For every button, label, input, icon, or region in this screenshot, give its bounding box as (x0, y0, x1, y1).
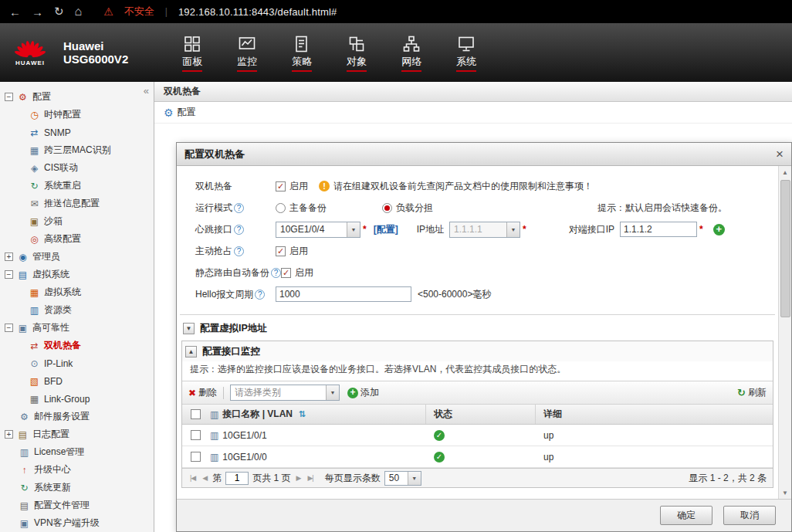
sidebar-item-cross-l3-mac[interactable]: ▦ 跨三层MAC识别 (0, 141, 154, 159)
nav-monitor[interactable]: 监控 (237, 34, 257, 72)
peer-ip-input[interactable] (620, 222, 697, 237)
sidebar-item-vpn-client-upgrade[interactable]: ▣ VPN客户端升级 (0, 514, 154, 532)
sidebar-group-log-config[interactable]: + ▤ 日志配置 (0, 425, 154, 443)
sidebar-item-clock-config[interactable]: ◷ 时钟配置 (0, 106, 154, 124)
cis-icon: ◈ (29, 163, 40, 174)
status-up-icon: ✓ (434, 430, 445, 441)
per-page-select[interactable]: 50 ▼ (384, 471, 421, 486)
radio-active-standby[interactable] (276, 203, 286, 213)
ip-address-select[interactable]: 1.1.1.1 ▼ (449, 222, 520, 238)
add-peer-ip-icon[interactable]: + (713, 224, 725, 236)
help-icon[interactable]: ? (234, 225, 244, 235)
help-icon[interactable]: ? (271, 268, 281, 278)
sidebar-group-admin[interactable]: + ◉ 管理员 (0, 248, 154, 266)
huawei-brand-text: HUAWEI (15, 59, 45, 66)
help-icon[interactable]: ? (255, 290, 265, 300)
sidebar-item-license-management[interactable]: ▥ License管理 (0, 443, 154, 461)
dialog-scrollbar[interactable]: ▲ ▼ (778, 166, 791, 499)
help-icon[interactable]: ? (234, 246, 244, 256)
nav-panel[interactable]: 面板 (182, 34, 202, 72)
expand-section-icon[interactable]: ▼ (183, 323, 195, 334)
configure-link[interactable]: [配置] (374, 223, 398, 236)
required-mark: * (363, 224, 367, 235)
last-page-icon[interactable]: ▶| (306, 474, 314, 482)
detail-value: up (535, 425, 773, 446)
sidebar-item-advanced-config[interactable]: ◎ 高级配置 (0, 230, 154, 248)
row-checkbox[interactable] (191, 430, 201, 440)
expand-plus-icon[interactable]: + (5, 430, 13, 439)
collapse-minus-icon[interactable]: − (5, 324, 13, 332)
row-checkbox[interactable] (191, 452, 201, 462)
collapse-section-icon[interactable]: ▲ (185, 346, 197, 357)
dialog-body: 双机热备 ✓ 启用 ! 请在组建双机设备前先查阅产品文档中的使用限制和注意事项！… (177, 166, 778, 499)
prev-page-icon[interactable]: ◀ (201, 474, 208, 482)
hello-period-input[interactable] (276, 286, 411, 302)
table-row[interactable]: ▥ 10GE1/0/0 ✓ up (182, 446, 773, 468)
sidebar-group-high-availability[interactable]: − ▣ 高可靠性 (0, 319, 154, 337)
next-page-icon[interactable]: ▶ (295, 474, 303, 482)
sidebar-item-system-update[interactable]: ↻ 系统更新 (0, 479, 154, 496)
refresh-button[interactable]: ↻ 刷新 (737, 386, 767, 399)
nav-system[interactable]: 系统 (456, 34, 476, 72)
sidebar-item-bfd[interactable]: ▧ BFD (0, 372, 154, 390)
browser-forward-icon[interactable]: → (32, 5, 43, 19)
sort-icon[interactable]: ⇅ (299, 409, 306, 419)
radio-load-sharing[interactable] (382, 203, 392, 213)
status-up-icon: ✓ (434, 452, 445, 463)
browser-back-icon[interactable]: ← (9, 5, 21, 19)
security-warning-label[interactable]: 不安全 (124, 5, 154, 19)
sidebar-item-hot-standby[interactable]: ⇄ 双机热备 (0, 337, 154, 354)
browser-home-icon[interactable]: ⌂ (75, 5, 83, 19)
sidebar-item-mail-service-settings[interactable]: ⚙ 邮件服务设置 (0, 408, 154, 425)
nav-underline (237, 70, 257, 72)
page-number-input[interactable] (225, 472, 249, 485)
sidebar-item-virtual-system[interactable]: ▦ 虚拟系统 (0, 283, 154, 301)
preempt-checkbox[interactable]: ✓ (276, 246, 286, 256)
select-all-checkbox[interactable] (191, 409, 201, 419)
sidebar-item-ip-link[interactable]: ⊙ IP-Link (0, 354, 154, 372)
sidebar-group-virtual-system[interactable]: − ▤ 虚拟系统 (0, 266, 154, 283)
first-page-icon[interactable]: |◀ (188, 474, 197, 482)
nav-underline (401, 70, 421, 72)
sidebar-group-config[interactable]: − ⚙ 配置 (0, 88, 154, 106)
security-warning-icon: ⚠ (103, 5, 113, 18)
collapse-minus-icon[interactable]: − (5, 270, 13, 279)
sidebar-collapse-icon[interactable]: « (144, 85, 149, 97)
scroll-up-icon[interactable]: ▲ (780, 166, 791, 178)
sidebar-item-snmp[interactable]: ⇄ SNMP (0, 124, 154, 141)
heartbeat-interface-select[interactable]: 10GE1/0/4 ▼ (276, 222, 360, 238)
enable-checkbox[interactable]: ✓ (276, 181, 286, 191)
sidebar-item-config-file-management[interactable]: ▤ 配置文件管理 (0, 496, 154, 514)
close-icon[interactable]: × (776, 147, 784, 161)
ok-button[interactable]: 确定 (660, 506, 712, 525)
pagination-summary: 显示 1 - 2，共 2 条 (689, 472, 767, 485)
sidebar-item-system-restart[interactable]: ↻ 系统重启 (0, 177, 154, 195)
product-line1: Huawei (63, 39, 128, 53)
nav-policy[interactable]: 策略 (292, 34, 312, 72)
sidebar-item-resource-class[interactable]: ▥ 资源类 (0, 301, 154, 319)
browser-reload-icon[interactable]: ↻ (54, 5, 64, 19)
gear-icon: ⚙ (164, 107, 174, 119)
sidebar-item-link-group[interactable]: ▦ Link-Group (0, 390, 154, 408)
static-route-checkbox[interactable]: ✓ (281, 268, 291, 278)
add-button[interactable]: + 添加 (347, 386, 379, 399)
cancel-button[interactable]: 取消 (723, 506, 776, 525)
scrollbar-thumb[interactable] (780, 180, 790, 317)
sidebar-item-cis-linkage[interactable]: ◈ CIS联动 (0, 159, 154, 177)
dashboard-icon (183, 34, 201, 54)
address-bar[interactable]: 192.168.10.111:8443/default.html# (178, 6, 337, 18)
sidebar-item-upgrade-center[interactable]: ↑ 升级中心 (0, 461, 154, 479)
help-icon[interactable]: ? (234, 203, 244, 213)
nav-object[interactable]: 对象 (347, 34, 367, 72)
nav-network[interactable]: 网络 (401, 34, 421, 72)
category-select[interactable]: 请选择类别 ▼ (230, 385, 340, 401)
sidebar-item-sandbox[interactable]: ▣ 沙箱 (0, 212, 154, 230)
expand-plus-icon[interactable]: + (5, 252, 13, 261)
monitor-toolbar: ✖ 删除 请选择类别 ▼ + 添加 (182, 381, 773, 405)
sidebar-item-push-info-config[interactable]: ✉ 推送信息配置 (0, 195, 154, 212)
delete-button[interactable]: ✖ 删除 (188, 386, 217, 399)
huawei-logo-icon (12, 39, 48, 59)
scroll-down-icon[interactable]: ▼ (780, 486, 791, 499)
table-row[interactable]: ▥ 10GE1/0/1 ✓ up (182, 425, 773, 446)
collapse-minus-icon[interactable]: − (5, 93, 13, 101)
